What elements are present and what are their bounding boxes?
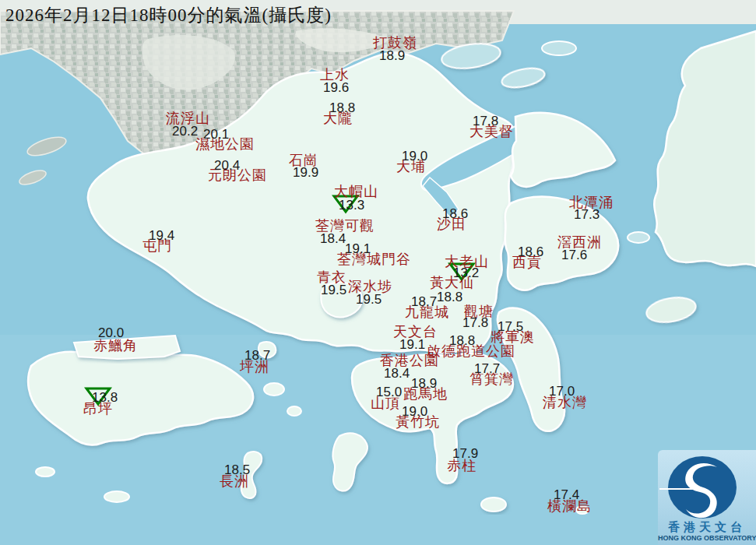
station-temperature: 15.0 bbox=[376, 385, 402, 399]
station-label: 黃大仙 bbox=[430, 276, 474, 290]
temperature-map-screen: 2026年2月12日18時00分的氣溫(攝氏度) 打鼓嶺18.9上水19.6大隴… bbox=[0, 0, 756, 545]
station-temperature: 17.3 bbox=[574, 208, 600, 221]
island bbox=[628, 232, 649, 243]
station-temperature: 17.5 bbox=[498, 320, 523, 333]
station-temperature: 17.7 bbox=[474, 362, 500, 375]
hko-logo: 香港天文台 HONG KONG OBSERVATORY bbox=[658, 450, 756, 545]
station-temperature: 18.9 bbox=[411, 377, 437, 390]
station-temperature: 18.7 bbox=[244, 349, 270, 362]
island bbox=[36, 467, 55, 476]
station-temperature: 19.0 bbox=[402, 149, 427, 163]
station-temperature: 17.0 bbox=[549, 385, 575, 398]
station-temperature: 18.6 bbox=[518, 245, 543, 258]
station-temperature: 18.8 bbox=[449, 334, 475, 347]
station-temperature: 20.0 bbox=[98, 326, 124, 339]
station-temperature: 17.4 bbox=[554, 488, 579, 501]
hko-logo-chinese: 香港天文台 bbox=[658, 520, 756, 535]
station-temperature: 19.4 bbox=[149, 229, 174, 242]
hong-kong-map bbox=[0, 0, 756, 545]
station-temperature: 19.6 bbox=[323, 81, 349, 94]
island bbox=[287, 406, 301, 416]
station-temperature: 13.8 bbox=[92, 391, 118, 404]
station-temperature: 19.1 bbox=[399, 338, 425, 351]
station-temperature: 17.8 bbox=[462, 316, 488, 329]
station-temperature: 19.9 bbox=[293, 166, 318, 179]
station-temperature: 19.5 bbox=[356, 293, 382, 306]
station-temperature: 18.4 bbox=[320, 232, 346, 245]
station-temperature: 19.0 bbox=[402, 405, 427, 418]
station-temperature: 17.9 bbox=[452, 447, 478, 460]
island bbox=[542, 41, 576, 55]
station-temperature: 20.2 bbox=[172, 125, 198, 138]
station-temperature: 18.7 bbox=[411, 295, 437, 308]
island bbox=[104, 491, 129, 502]
station-temperature: 20.4 bbox=[214, 159, 240, 172]
station-temperature: 13.3 bbox=[339, 199, 364, 212]
station-temperature: 18.8 bbox=[437, 290, 462, 304]
station-label: 赤鱲角 bbox=[93, 339, 138, 353]
station-temperature: 18.6 bbox=[442, 207, 468, 220]
island-po-toi bbox=[481, 498, 506, 512]
station-temperature: 17.8 bbox=[473, 114, 498, 128]
hko-logo-english: HONG KONG OBSERVATORY bbox=[658, 534, 756, 542]
station-temperature: 18.4 bbox=[384, 367, 410, 380]
station-label: 大帽山 bbox=[334, 185, 378, 199]
station-temperature: 19.1 bbox=[345, 242, 371, 255]
page-title: 2026年2月12日18時00分的氣溫(攝氏度) bbox=[5, 3, 332, 27]
station-temperature: 18.5 bbox=[224, 463, 250, 476]
island bbox=[264, 383, 284, 396]
station-temperature: 18.9 bbox=[379, 49, 405, 62]
station-temperature: 19.5 bbox=[321, 283, 346, 297]
station-temperature: 17.6 bbox=[561, 248, 587, 262]
station-temperature: 18.8 bbox=[329, 101, 355, 114]
station-temperature: 20.1 bbox=[203, 128, 229, 141]
